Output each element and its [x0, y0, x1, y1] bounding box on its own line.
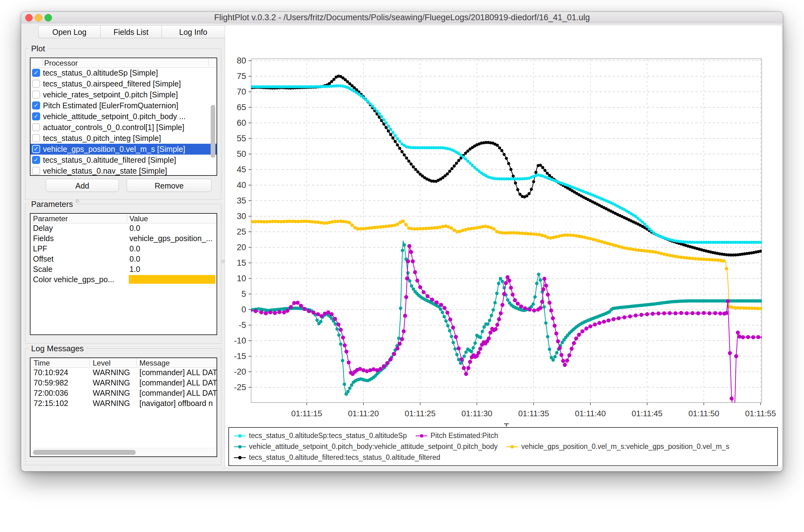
data-point [761, 335, 765, 339]
plot-field-row[interactable]: ✓tecs_status_0.altitude_filtered [Simple… [31, 155, 216, 166]
data-point [725, 267, 728, 270]
y-tick-label: 15 [237, 258, 246, 268]
data-point [495, 292, 498, 295]
data-point [551, 358, 555, 362]
log-message-row[interactable]: 70:59:982WARNING[commander] ALL DAT [31, 378, 216, 388]
plot-panel: Plot Processor ✓tecs_status_0.altitudeSp… [25, 48, 222, 200]
data-point [496, 144, 499, 147]
parameter-row[interactable]: LPF0.0 [31, 244, 216, 254]
parameter-row[interactable]: Scale1.0 [31, 264, 216, 274]
plot-field-row[interactable]: tecs_status_0.airspeed_filtered [Simple] [31, 78, 216, 89]
parameter-value[interactable]: 0.0 [130, 254, 140, 264]
data-point [730, 397, 734, 401]
plot-field-row[interactable]: ✓tecs_status_0.altitudeSp [Simple] [31, 68, 216, 78]
field-checkbox[interactable]: ✓ [32, 156, 40, 164]
parameter-value[interactable]: 1.0 [130, 265, 140, 274]
data-point [362, 368, 366, 373]
data-point [464, 350, 468, 354]
fields-list-button[interactable]: Fields List [100, 25, 162, 38]
field-checkbox[interactable] [32, 134, 40, 142]
log-hscroll-thumb[interactable] [33, 450, 136, 455]
data-point [448, 329, 452, 332]
parameters-rows: Delay0.0Fieldsvehicle_gps_position_...LP… [31, 223, 216, 335]
log-messages-table[interactable]: Time Level Message 70:10:924WARNING[comm… [30, 358, 217, 457]
plot-field-row[interactable]: tecs_status_0.pitch_integ [Simple] [31, 133, 216, 144]
parameter-row[interactable]: Delay0.0 [31, 223, 216, 233]
data-point [497, 317, 501, 321]
add-button[interactable]: Add [46, 179, 119, 192]
data-point [668, 311, 672, 315]
data-point [509, 286, 513, 290]
data-point [343, 383, 346, 386]
parameters-table[interactable]: Parameter Value Delay0.0Fieldsvehicle_gp… [30, 213, 217, 335]
data-point [507, 279, 511, 283]
parameter-value[interactable]: 0.0 [130, 244, 140, 253]
legend-marker-icon [415, 433, 428, 438]
titlebar[interactable]: FlightPlot v.0.3.2 - /Users/fritz/Docume… [21, 12, 783, 23]
field-checkbox[interactable]: ✓ [32, 69, 40, 77]
y-tick-label: 65 [237, 103, 246, 112]
data-point [328, 221, 331, 224]
data-point [448, 318, 453, 322]
data-point [553, 324, 557, 328]
data-point [374, 107, 377, 110]
check-icon: ✓ [32, 145, 40, 153]
data-point [516, 302, 520, 306]
plot-field-row[interactable]: ✓vehicle_gps_position_0.vel_m_s [Simple] [31, 144, 216, 155]
log-message-row[interactable]: 70:10:924WARNING[commander] ALL DAT [31, 367, 216, 378]
data-point [486, 322, 490, 326]
data-point [659, 252, 663, 255]
data-point [410, 284, 413, 288]
chart-panel[interactable]: 80757065605550454035302520151050-5-10-15… [225, 25, 782, 468]
field-checkbox[interactable]: ✓ [32, 101, 40, 110]
plot-field-row[interactable]: vehicle_rates_setpoint_0.pitch [Simple] [31, 89, 216, 100]
color-parameter-row[interactable]: Color vehicle_gps_po... [31, 274, 216, 285]
log-message-row[interactable]: 72:15:102WARNING[navigator] offboard n [31, 398, 216, 408]
plot-field-row[interactable]: actuator_controls_0_0.control[1] [Simple… [31, 122, 216, 133]
data-point [368, 368, 372, 373]
field-checkbox[interactable] [32, 167, 40, 175]
parameter-value[interactable]: 0.0 [130, 224, 140, 233]
field-checkbox[interactable] [32, 91, 40, 99]
parameter-row[interactable]: Fieldsvehicle_gps_position_... [31, 233, 216, 244]
chart-svg[interactable]: 80757065605550454035302520151050-5-10-15… [225, 25, 782, 426]
data-point [555, 351, 558, 354]
log-message-row[interactable]: 72:00:036WARNING[commander] ALL DAT [31, 388, 216, 398]
log-info-button[interactable]: Log Info [161, 25, 225, 38]
log-message: [commander] ALL DAT [139, 388, 216, 398]
remove-button[interactable]: Remove [127, 179, 212, 192]
legend-item: tecs_status_0.altitudeSp:tecs_status_0.a… [233, 432, 407, 440]
color-swatch[interactable] [129, 275, 215, 284]
data-point [277, 310, 282, 314]
parameter-row[interactable]: Offset0.0 [31, 254, 216, 264]
data-point [285, 309, 289, 313]
data-point [646, 225, 649, 228]
plot-field-row[interactable]: ✓vehicle_attitude_setpoint_0.pitch_body … [31, 111, 216, 122]
log-horizontal-scrollbar[interactable] [31, 448, 216, 456]
parameter-name: Scale [33, 265, 53, 274]
plot-field-table[interactable]: Processor ✓tecs_status_0.altitudeSp [Sim… [30, 58, 217, 176]
field-checkbox[interactable] [32, 123, 40, 131]
plot-field-row[interactable]: ✓Pitch Estimated [EulerFromQuaternion] [31, 100, 216, 111]
data-point [558, 234, 561, 238]
field-label: vehicle_gps_position_0.vel_m_s [Simple] [43, 145, 185, 154]
data-point [404, 223, 408, 227]
field-label: vehicle_status_0.nav_state [Simple] [43, 167, 167, 175]
data-point [411, 260, 415, 264]
data-point [439, 303, 443, 307]
field-checkbox[interactable]: ✓ [32, 112, 40, 120]
field-checkbox[interactable] [32, 80, 40, 88]
data-point [451, 326, 455, 330]
data-point [484, 225, 487, 228]
data-point [541, 287, 545, 291]
data-point [391, 131, 395, 134]
plot-list-scrollbar[interactable] [211, 105, 215, 158]
open-log-button[interactable]: Open Log [38, 25, 100, 38]
plot-area[interactable] [251, 59, 762, 403]
data-point [580, 329, 584, 334]
field-checkbox[interactable]: ✓ [32, 145, 40, 153]
splitter-handle-icon[interactable] [76, 200, 79, 203]
legend-item-label: vehicle_attitude_setpoint_0.pitch_body:v… [249, 442, 498, 451]
parameter-value[interactable]: vehicle_gps_position_... [130, 234, 212, 243]
plot-field-row[interactable]: vehicle_status_0.nav_state [Simple] [31, 166, 216, 175]
